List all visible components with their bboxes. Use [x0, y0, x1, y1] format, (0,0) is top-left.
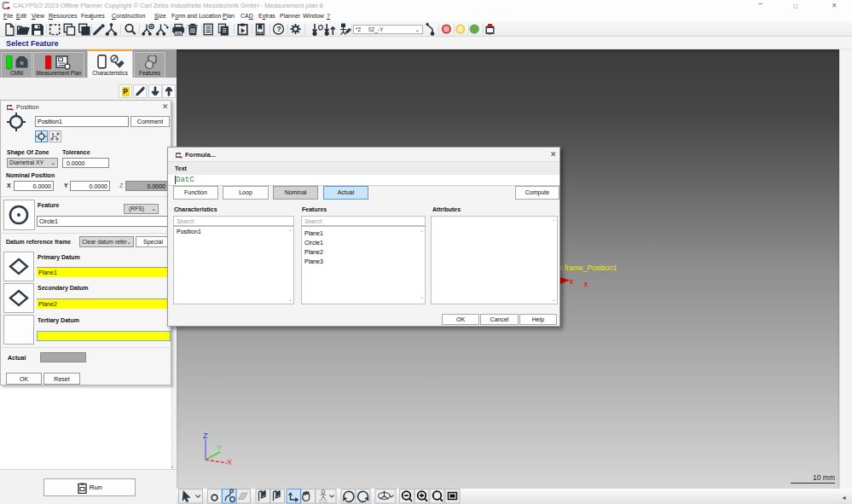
svg-text:XYZ: XYZ: [319, 499, 328, 504]
svg-text:?: ?: [276, 25, 281, 33]
svg-text:x: x: [584, 279, 588, 288]
svg-text:X: X: [227, 458, 232, 466]
svg-text:x: x: [570, 276, 574, 286]
svg-text:Z: Z: [203, 432, 208, 440]
svg-text:Y: Y: [217, 443, 222, 452]
